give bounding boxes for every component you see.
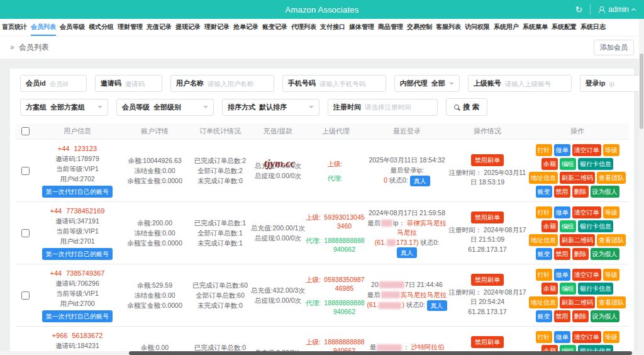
nav-item-商品管理[interactable]: 商品管理 (378, 19, 403, 36)
action-button-设为假人[interactable]: 设为假人 (591, 248, 619, 260)
nav-item-会员列表[interactable]: 会员列表 (31, 19, 56, 36)
filter-select-value[interactable]: 全部级别 (153, 103, 199, 112)
action-button-余额[interactable]: 余额 (541, 283, 558, 295)
action-button-编组[interactable]: 编组 (560, 158, 576, 170)
action-button-做单[interactable]: 做单 (554, 206, 570, 218)
action-button-编组[interactable]: 编组 (560, 220, 576, 232)
action-button-查看团队[interactable]: 查看团队 (597, 172, 626, 184)
action-button-清空订单[interactable]: 清空订单 (572, 331, 601, 343)
horizontal-scrollbar-thumb[interactable] (129, 351, 632, 355)
action-button-设为假人[interactable]: 设为假人 (591, 186, 619, 198)
action-button-做单[interactable]: 做单 (554, 269, 570, 281)
action-button-打针[interactable]: 打针 (536, 206, 552, 218)
action-button-刷新二维码[interactable]: 刷新二维码 (560, 296, 595, 308)
nav-item-会员等级[interactable]: 会员等级 (60, 19, 85, 36)
filter-select-value[interactable]: 全部 (431, 79, 445, 88)
nav-item-模式分组[interactable]: 模式分组 (89, 19, 114, 36)
agent-value: 18888888888940662 (323, 236, 366, 254)
action-button-禁用[interactable]: 禁用 (554, 186, 570, 198)
action-button-做单[interactable]: 做单 (554, 144, 570, 156)
action-button-地址信息[interactable]: 地址信息 (529, 172, 558, 184)
action-button-账变[interactable]: 账变 (536, 310, 552, 322)
last-login-cell: 2025年03月11日 18:54:32最后登录ip:0 状态0: 真人 (366, 155, 448, 186)
filter-input[interactable] (505, 80, 571, 87)
nav-item-系统菜单[interactable]: 系统菜单 (523, 19, 548, 36)
filter-input[interactable] (125, 80, 162, 87)
login-text: 状态0: (406, 301, 427, 308)
filter-input[interactable] (50, 80, 86, 87)
nav-item-抢单记录[interactable]: 抢单记录 (233, 19, 258, 36)
login-text: ip： (393, 219, 407, 227)
action-button-刷新二维码[interactable]: 刷新二维码 (560, 172, 595, 184)
nav-item-账变记录[interactable]: 账变记录 (262, 19, 287, 36)
filter-select-value[interactable]: 全部方案组 (50, 103, 94, 112)
nav-item-媒体管理[interactable]: 媒体管理 (349, 19, 374, 36)
nav-item-理财管理[interactable]: 理财管理 (118, 19, 143, 36)
action-button-余额[interactable]: 余额 (541, 158, 558, 170)
action-button-清空订单[interactable]: 清空订单 (572, 206, 601, 218)
agent-line: 代理:18888888888940662 (306, 236, 366, 254)
action-button-清空订单[interactable]: 清空订单 (572, 144, 601, 156)
row-checkbox[interactable] (21, 229, 30, 237)
action-button-银行卡信息[interactable]: 银行卡信息 (578, 283, 613, 295)
action-button-打针[interactable]: 打针 (536, 269, 552, 281)
action-button-做单[interactable]: 做单 (554, 331, 570, 343)
filter-label: 用户名称 (171, 79, 208, 88)
action-button-等级[interactable]: 等级 (603, 331, 619, 343)
login-text: 状态0: (389, 176, 410, 184)
action-button-等级[interactable]: 等级 (603, 269, 619, 281)
filter-select-value[interactable]: 默认排序 (259, 103, 305, 112)
search-button[interactable]: 搜 索 (446, 98, 487, 116)
action-button-等级[interactable]: 等级 (603, 144, 619, 156)
nav-item-系统日志[interactable]: 系统日志 (580, 19, 606, 36)
action-button-账变[interactable]: 账变 (536, 248, 552, 260)
recharge-line: 总提现:0.00/0次 (255, 171, 301, 181)
action-button-打针[interactable]: 打针 (536, 144, 552, 156)
action-button-银行卡信息[interactable]: 银行卡信息 (578, 220, 613, 232)
nav-item-交易控制[interactable]: 交易控制 (407, 19, 432, 36)
nav-item-系统配置[interactable]: 系统配置 (552, 19, 577, 36)
nav-item-首页统计[interactable]: 首页统计 (2, 19, 27, 36)
select-all-checkbox[interactable] (21, 127, 30, 135)
add-member-button[interactable]: 添加会员 (594, 40, 634, 55)
action-button-地址信息[interactable]: 地址信息 (529, 296, 558, 308)
action-button-禁用[interactable]: 禁用 (554, 248, 570, 260)
action-button-银行卡信息[interactable]: 银行卡信息 (578, 158, 613, 170)
action-button-打针[interactable]: 打针 (536, 331, 552, 343)
action-button-禁用[interactable]: 禁用 (554, 310, 570, 322)
nav-item-客服列表[interactable]: 客服列表 (436, 19, 461, 36)
nav-item-支付接口[interactable]: 支付接口 (320, 19, 345, 36)
refresh-icon[interactable]: ↻ (575, 5, 583, 14)
action-button-查看团队[interactable]: 查看团队 (597, 234, 626, 246)
action-button-查看团队[interactable]: 查看团队 (597, 296, 626, 308)
chevron-down-icon (449, 82, 454, 87)
action-button-刷新二维码[interactable]: 刷新二维码 (560, 234, 595, 246)
action-button-删除[interactable]: 删除 (572, 248, 589, 260)
nav-item-提现记录[interactable]: 提现记录 (175, 19, 201, 36)
action-button-设为假人[interactable]: 设为假人 (591, 310, 619, 322)
nav-item-理财记录[interactable]: 理财记录 (204, 19, 230, 36)
filter-input[interactable] (365, 103, 437, 111)
action-button-账变[interactable]: 账变 (536, 186, 552, 198)
nav-item-充值记录[interactable]: 充值记录 (147, 19, 172, 36)
action-button-编组[interactable]: 编组 (560, 283, 576, 295)
user-menu[interactable]: admin (598, 5, 635, 14)
filter-input[interactable] (208, 80, 274, 87)
action-button-余额[interactable]: 余额 (541, 220, 558, 232)
parent-label: 上级: (328, 159, 343, 168)
action-button-删除[interactable]: 删除 (572, 186, 589, 198)
action-button-清空订单[interactable]: 清空订单 (572, 269, 601, 281)
nav-item-代理列表[interactable]: 代理列表 (291, 19, 316, 36)
action-button-删除[interactable]: 删除 (572, 310, 589, 322)
recharge-line: 总充值:432.00/3次 (251, 286, 305, 295)
row-checkbox[interactable] (21, 167, 30, 175)
action-button-等级[interactable]: 等级 (603, 206, 619, 218)
order-line: 全部订单总数:1 (197, 228, 243, 238)
nav-item-访问权限[interactable]: 访问权限 (465, 19, 490, 36)
vertical-scrollbar-thumb[interactable] (640, 54, 643, 129)
breadcrumb-page: 会员列表 (19, 43, 49, 52)
row-checkbox[interactable] (21, 291, 30, 300)
action-button-地址信息[interactable]: 地址信息 (529, 234, 558, 246)
filter-input[interactable] (319, 80, 386, 87)
nav-item-系统用户[interactable]: 系统用户 (494, 19, 519, 36)
